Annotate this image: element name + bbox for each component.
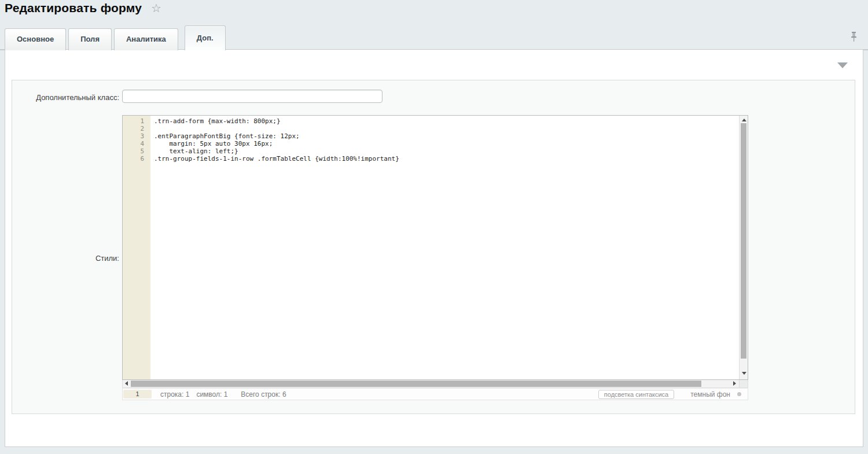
current-line-badge: 1 <box>123 390 152 398</box>
form-panel: Дополнительный класс: Стили: 123456 .trn… <box>5 50 863 447</box>
tab-bar: ОсновноеПоляАналитикаДоп. <box>5 25 228 50</box>
horizontal-scrollbar-thumb[interactable] <box>131 381 701 387</box>
syntax-highlight-toggle[interactable]: подсветка синтаксиса <box>598 390 674 399</box>
vertical-scrollbar-thumb[interactable] <box>741 123 746 359</box>
scroll-up-icon[interactable] <box>740 116 748 123</box>
page-title: Редактировать форму <box>5 1 142 15</box>
additional-class-input[interactable] <box>122 90 382 103</box>
collapse-section-icon[interactable] <box>837 62 848 68</box>
horizontal-scrollbar-row <box>122 380 748 388</box>
horizontal-scrollbar[interactable] <box>122 380 740 388</box>
pushpin-icon <box>850 31 858 42</box>
line-number: 4 <box>123 140 150 147</box>
line-number: 6 <box>123 155 150 163</box>
tab-3[interactable]: Аналитика <box>114 28 178 50</box>
code-area: 123456 .trn-add-form {max-width: 800px;}… <box>122 115 748 380</box>
line-number: 1 <box>123 117 150 125</box>
form-fields-area: Дополнительный класс: Стили: 123456 .trn… <box>12 80 855 414</box>
line-number: 2 <box>123 125 150 132</box>
scroll-down-icon[interactable] <box>740 370 748 377</box>
status-char: символ: 1 <box>196 390 227 398</box>
code-content[interactable]: .trn-add-form {max-width: 800px;} .entPa… <box>150 116 738 379</box>
scroll-right-icon[interactable] <box>731 380 738 387</box>
scroll-left-icon[interactable] <box>123 380 130 387</box>
dark-theme-toggle-dot[interactable] <box>737 392 741 396</box>
status-total-lines: Всего строк: 6 <box>241 390 286 398</box>
tab-1[interactable]: Основное <box>5 28 66 50</box>
page: Редактировать форму ☆ ОсновноеПоляАналит… <box>0 0 868 454</box>
styles-label: Стили: <box>12 254 119 263</box>
additional-class-label: Дополнительный класс: <box>12 93 119 102</box>
scrollbar-corner <box>740 380 748 388</box>
page-header: Редактировать форму ☆ <box>5 1 161 15</box>
pin-icon-top[interactable] <box>850 31 858 45</box>
editor-status-bar: 1 строка: 1 символ: 1 Всего строк: 6 под… <box>122 388 748 400</box>
styles-code-editor: 123456 .trn-add-form {max-width: 800px;}… <box>122 115 748 400</box>
favorite-star-icon[interactable]: ☆ <box>151 2 161 14</box>
dark-theme-toggle[interactable]: темный фон <box>690 390 730 398</box>
status-line: строка: 1 <box>160 390 189 398</box>
line-number: 3 <box>123 132 150 140</box>
tab-4[interactable]: Доп. <box>185 25 226 50</box>
line-number: 5 <box>123 147 150 155</box>
tab-2[interactable]: Поля <box>68 28 112 50</box>
vertical-scrollbar[interactable] <box>739 116 748 379</box>
line-number-gutter: 123456 <box>123 116 150 379</box>
